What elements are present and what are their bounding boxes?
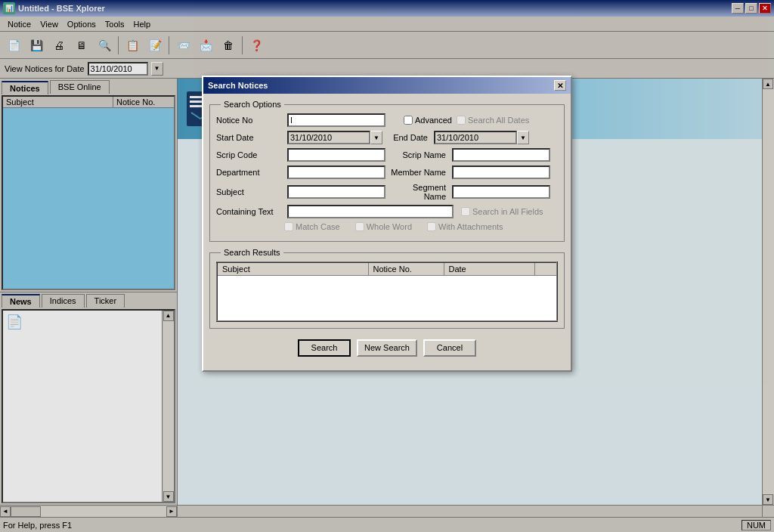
scrip-row: Scrip Code Scrip Name [216,148,558,162]
start-date-label: Start Date [216,133,284,142]
scrip-code-input[interactable] [287,148,385,162]
advanced-checkbox[interactable] [404,116,413,125]
with-attachments-checkbox[interactable] [427,222,436,231]
search-all-fields-checkbox[interactable] [461,207,470,216]
search-all-dates-checkbox[interactable] [457,116,466,125]
end-date-dropdown[interactable]: ▼ [517,131,529,144]
match-case-label: Match Case [296,222,340,231]
match-case-checkbox[interactable] [284,222,293,231]
modal-buttons: Search New Search Cancel [209,335,565,364]
new-search-button[interactable]: New Search [357,339,417,357]
results-col-date: Date [444,262,534,276]
scrip-code-label: Scrip Code [216,150,284,159]
results-col-extra [534,262,557,276]
search-button[interactable]: Search [298,339,351,357]
search-results-legend: Search Results [221,248,283,257]
modal-close-button[interactable]: ✕ [554,80,566,91]
modal-title: Search Notices [208,81,268,90]
whole-word-checkbox[interactable] [355,222,364,231]
modal-overlay: Search Notices ✕ Search Options Notice N… [0,0,774,532]
subject-row: Subject Segment Name [216,183,558,201]
date-row: Start Date ▼ End Date ▼ [216,131,558,144]
scrip-name-label: Scrip Name [389,150,449,159]
end-date-combo: ▼ [434,131,529,144]
search-notices-dialog: Search Notices ✕ Search Options Notice N… [202,76,572,372]
search-all-dates-check-container: Search All Dates [457,116,529,125]
results-col-subject: Subject [217,262,368,276]
containing-text-label: Containing Text [216,207,284,216]
segment-name-label: Segment Name [389,183,449,201]
results-col-notice-no: Notice No. [368,262,444,276]
start-date-dropdown[interactable]: ▼ [370,131,382,144]
modal-title-bar: Search Notices ✕ [203,77,571,94]
with-attachments-container: With Attachments [427,222,503,231]
member-name-input[interactable] [452,165,550,179]
dept-row: Department Member Name [216,165,558,179]
modal-body: Search Options Notice No Advanced Search… [203,94,571,370]
search-options-legend: Search Options [221,100,284,109]
with-attachments-label: With Attachments [438,222,503,231]
department-label: Department [216,168,284,177]
advanced-check-container: Advanced [404,116,452,125]
results-table: Subject Notice No. Date [216,261,558,322]
end-date-input[interactable] [434,131,517,144]
start-date-input[interactable] [287,131,370,144]
whole-word-container: Whole Word [355,222,412,231]
segment-name-input[interactable] [452,185,550,199]
results-body [217,276,557,321]
search-all-dates-label: Search All Dates [468,116,529,125]
containing-text-row: Containing Text Search in All Fields [216,205,558,218]
whole-word-label: Whole Word [367,222,412,231]
start-date-combo: ▼ [287,131,382,144]
member-name-label: Member Name [389,168,449,177]
notice-no-row: Notice No Advanced Search All Dates [216,113,558,127]
subject-input[interactable] [287,185,385,199]
subject-label: Subject [216,187,284,196]
match-case-container: Match Case [284,222,340,231]
advanced-label: Advanced [415,116,452,125]
search-results-fieldset: Search Results Subject Notice No. Date [209,248,565,329]
search-options-fieldset: Search Options Notice No Advanced Search… [209,100,565,242]
end-date-label: End Date [385,133,431,142]
notice-no-input[interactable] [287,113,385,127]
scrip-name-input[interactable] [452,148,550,162]
department-input[interactable] [287,165,385,179]
notice-no-label: Notice No [216,116,284,125]
search-all-fields-label: Search in All Fields [472,207,543,216]
search-all-fields-container: Search in All Fields [461,207,543,216]
containing-text-input[interactable] [287,205,454,218]
options-row: Match Case Whole Word With Attachments [216,222,558,231]
cancel-button[interactable]: Cancel [423,339,476,357]
